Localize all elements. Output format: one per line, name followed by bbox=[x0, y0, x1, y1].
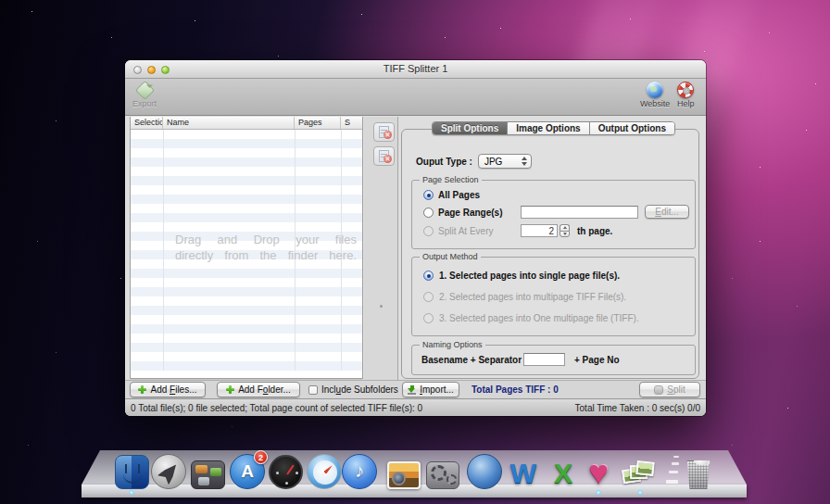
launchpad-icon bbox=[151, 454, 186, 489]
remove-x-icon: ✕ bbox=[384, 131, 392, 139]
page-ranges-label: Page Range(s) bbox=[438, 208, 502, 218]
output-method-group: Output Method 1. Selected pages into sin… bbox=[411, 257, 696, 336]
output-method-1-radio[interactable] bbox=[423, 271, 434, 281]
page-ranges-radio[interactable] bbox=[423, 208, 434, 218]
split-button[interactable]: Split bbox=[639, 382, 700, 397]
dock-divider bbox=[666, 480, 678, 484]
system-preferences-icon bbox=[426, 461, 459, 489]
globe-icon bbox=[647, 82, 663, 98]
split-icon bbox=[654, 385, 663, 395]
dock-item-mission-control[interactable] bbox=[187, 452, 228, 489]
page-ranges-input[interactable] bbox=[521, 206, 638, 219]
naming-options-group: Naming Options Basename + Separator + Pa… bbox=[411, 345, 696, 375]
group-title: Page Selection bbox=[420, 175, 482, 184]
help-button[interactable]: Help bbox=[677, 82, 695, 108]
mission-control-icon bbox=[191, 460, 225, 489]
total-pages-status: Total Pages TIFF : 0 bbox=[472, 384, 559, 395]
life-preserver-icon bbox=[677, 82, 694, 98]
dock-item-tiff-splitter[interactable] bbox=[620, 452, 660, 489]
dock-item-itunes[interactable]: ♪ bbox=[339, 452, 380, 489]
middle-strip: ✕ ✕ bbox=[364, 117, 398, 380]
stepper-buttons[interactable] bbox=[560, 224, 570, 237]
table-header: Selection Name Pages S bbox=[131, 117, 362, 130]
action-bar: Add Files... Add Folder... Include Subfo… bbox=[125, 380, 706, 398]
remove-all-button[interactable]: ✕ bbox=[373, 146, 395, 166]
export-label: Export bbox=[132, 99, 157, 108]
split-every-spinner bbox=[521, 224, 570, 237]
export-icon bbox=[136, 82, 153, 98]
import-icon bbox=[408, 385, 416, 395]
drop-hint: Drag and Drop your files directly from t… bbox=[175, 232, 357, 263]
page-no-label: + Page No bbox=[574, 355, 620, 365]
edit-button[interactable]: Edit... bbox=[645, 205, 689, 219]
tab-image-options[interactable]: Image Options bbox=[508, 122, 589, 134]
window-title: TIFF Splitter 1 bbox=[125, 63, 706, 74]
column-header-name[interactable]: Name bbox=[163, 117, 295, 129]
dock-item-launchpad[interactable] bbox=[148, 452, 189, 489]
website-button[interactable]: Website bbox=[640, 82, 670, 108]
firefox-icon bbox=[467, 454, 502, 489]
excel-icon: X bbox=[554, 458, 572, 489]
split-options-panel: Ouput Type : JPG Page Selection All Page… bbox=[401, 129, 699, 379]
split-at-every-label: Split At Every bbox=[438, 226, 493, 236]
step-down-icon bbox=[560, 231, 570, 238]
tiff-splitter-window: TIFF Splitter 1 Export Website Help Sele… bbox=[125, 60, 706, 416]
add-folder-button[interactable]: Add Folder... bbox=[217, 382, 300, 397]
all-pages-radio[interactable] bbox=[423, 190, 434, 200]
output-type-select[interactable]: JPG bbox=[478, 154, 532, 169]
dock-item-dashboard[interactable] bbox=[265, 452, 306, 489]
tab-output-options[interactable]: Output Options bbox=[590, 122, 674, 134]
content-area: Selection Name Pages S Drag and Drop you… bbox=[125, 117, 706, 380]
select-arrows-icon bbox=[522, 157, 527, 166]
output-method-2-radio[interactable] bbox=[423, 292, 434, 302]
status-left: 0 Total file(s); 0 file selected; Total … bbox=[131, 403, 422, 413]
safari-icon bbox=[307, 454, 342, 489]
output-method-1-label: 1. Selected pages into single page file(… bbox=[439, 271, 620, 281]
plus-icon bbox=[226, 385, 234, 394]
running-indicator bbox=[129, 490, 134, 495]
dock-item-finder[interactable] bbox=[111, 452, 152, 489]
include-subfolders-checkbox[interactable] bbox=[308, 385, 318, 395]
group-title: Naming Options bbox=[420, 340, 485, 349]
page-selection-group: Page Selection All Pages Page Range(s) E… bbox=[411, 180, 696, 249]
column-header-size[interactable]: S bbox=[341, 117, 362, 129]
dock-item-app-store[interactable]: A 2 bbox=[227, 452, 268, 489]
iphoto-icon bbox=[387, 461, 421, 489]
itunes-icon: ♪ bbox=[342, 454, 377, 489]
file-drop-zone[interactable]: Drag and Drop your files directly from t… bbox=[131, 130, 362, 371]
export-button[interactable]: Export bbox=[132, 82, 157, 108]
desktop: TIFF Splitter 1 Export Website Help Sele… bbox=[0, 0, 830, 504]
running-indicator bbox=[596, 490, 601, 495]
output-method-3-radio[interactable] bbox=[423, 313, 434, 323]
separator-input[interactable] bbox=[523, 353, 565, 366]
dock-item-word[interactable]: W bbox=[503, 452, 544, 489]
group-title: Output Method bbox=[420, 252, 481, 261]
dock-item-system-preferences[interactable] bbox=[422, 452, 463, 489]
dock-item-iphoto[interactable] bbox=[384, 452, 424, 489]
photo-stack-icon bbox=[622, 458, 659, 489]
plus-icon bbox=[138, 385, 146, 394]
options-tab-bar: Split Options Image Options Output Optio… bbox=[432, 121, 675, 135]
output-method-2-label: 2. Selected pages into multipage TIFF Fi… bbox=[439, 292, 626, 302]
remove-x-icon: ✕ bbox=[384, 155, 392, 163]
import-button[interactable]: Import... bbox=[402, 382, 459, 397]
remove-selected-button[interactable]: ✕ bbox=[373, 122, 395, 142]
add-files-button[interactable]: Add Files... bbox=[130, 382, 206, 397]
output-type-label: Ouput Type : bbox=[416, 157, 472, 167]
column-header-selection[interactable]: Selection bbox=[131, 117, 163, 129]
basename-label: Basename + Separator bbox=[421, 355, 522, 365]
toolbar: Export Website Help bbox=[125, 79, 706, 116]
column-header-pages[interactable]: Pages bbox=[295, 117, 341, 129]
file-table: Selection Name Pages S Drag and Drop you… bbox=[130, 117, 363, 379]
dock-item-firefox[interactable] bbox=[464, 452, 505, 489]
dock-item-heart-app[interactable]: ♥ bbox=[578, 452, 619, 489]
dock-item-trash[interactable] bbox=[678, 452, 719, 489]
tab-split-options[interactable]: Split Options bbox=[433, 122, 508, 134]
splitter-handle[interactable] bbox=[380, 305, 383, 308]
starfield bbox=[0, 0, 1, 1]
split-at-every-radio[interactable] bbox=[423, 226, 434, 236]
trash-paper bbox=[694, 457, 709, 465]
split-every-input[interactable] bbox=[521, 224, 558, 237]
word-icon: W bbox=[510, 458, 536, 489]
title-bar[interactable]: TIFF Splitter 1 bbox=[125, 60, 706, 79]
